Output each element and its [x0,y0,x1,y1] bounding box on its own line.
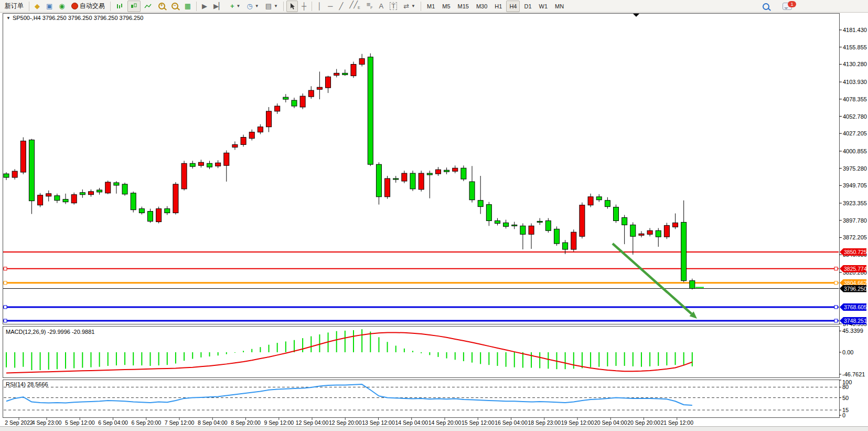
chart-shift-marker [633,14,639,17]
chart-canvas[interactable] [0,0,868,431]
time-axis-label: 18 Sep 23:00 [528,419,561,426]
line-right-handle [834,281,838,285]
time-axis-label: 15 Sep 12:00 [462,419,494,426]
time-axis-label: 14 Sep 20:00 [428,419,461,426]
line-right-handle [834,319,838,322]
candles [4,54,695,290]
macd-axis-tick-label: 45.3399 [842,328,863,334]
price-axis-tick-label: 4103.930 [843,79,867,85]
mt4-terminal: 新订单 ◆ ▣ ◉ 自动交易 + − ▦ ▶ ▶▏ +▼ ◷▼ ▤▼ ┼ │ ─… [0,0,868,431]
price-axis-tick-label: 3923.355 [843,200,867,206]
time-axis-label: 6 Sep 20:00 [131,419,161,426]
rsi-axis-tick-label: 0 [842,412,845,418]
line-left-handle [4,306,7,309]
time-axis-label: 12 Sep 04:00 [296,419,328,426]
price-axis-tick-label: 3897.780 [843,217,867,224]
price-axis-tick-label: 4130.280 [843,61,867,67]
macd-axis-tick-label: -46.7621 [842,371,865,377]
price-axis-tick-label: 4155.855 [843,44,867,50]
rsi-axis-tick-label: 50 [842,395,849,401]
macd-histogram [6,329,692,370]
price-axis-tick-label: 3949.705 [843,182,867,188]
macd-axis-tick-label: 0.00 [842,349,853,355]
time-axis-label: 5 Sep 12:00 [65,419,95,426]
price-axis-tick-label: 4000.855 [843,148,867,154]
trend-arrow-line [613,244,692,314]
line-left-handle [4,267,7,270]
rsi-line [6,384,692,405]
price-axis-tick-label: 3975.280 [843,165,867,172]
time-axis-label: 14 Sep 04:00 [395,419,428,426]
time-axis-label: 8 Sep 04:00 [198,419,228,426]
price-axis-tick-label: 3872.205 [843,234,867,240]
time-axis-label: 20 Sep 04:00 [594,419,627,426]
time-axis-label: 16 Sep 04:00 [495,419,527,426]
macd-signal-line [6,332,692,373]
price-axis-tick-label: 4052.780 [843,113,867,120]
time-axis-label: 4 Sep 23:00 [32,419,62,426]
line-left-handle [4,319,7,322]
price-level-tag: 3768.605 [840,303,866,311]
time-axis-label: 8 Sep 20:00 [231,419,261,426]
price-level-tag: 3825.774 [840,265,866,272]
line-right-handle [834,267,838,270]
time-axis-label: 20 Sep 20:00 [627,419,660,426]
time-axis-label: 21 Sep 12:00 [661,419,693,426]
current-price-tag: 3796.250 [840,285,866,292]
time-axis-label: 2 Sep 2022 [5,419,33,426]
price-axis-tick-label: 4078.355 [843,96,867,102]
time-axis-label: 7 Sep 12:00 [165,419,195,426]
time-axis-label: 9 Sep 12:00 [264,419,294,426]
price-axis-tick-label: 4181.430 [843,27,867,33]
price-level-tag: 3850.725 [840,248,866,256]
time-axis-label: 6 Sep 04:00 [98,419,128,426]
price-axis-tick-label: 4027.205 [843,130,867,136]
line-left-handle [4,281,7,285]
rsi-axis-tick-label: 80 [842,384,849,390]
time-axis-label: 12 Sep 20:00 [329,419,361,426]
line-right-handle [834,306,838,309]
time-axis-label: 13 Sep 12:00 [362,419,394,426]
time-axis-label: 19 Sep 12:00 [561,419,594,426]
price-level-tag: 3748.251 [840,317,866,324]
